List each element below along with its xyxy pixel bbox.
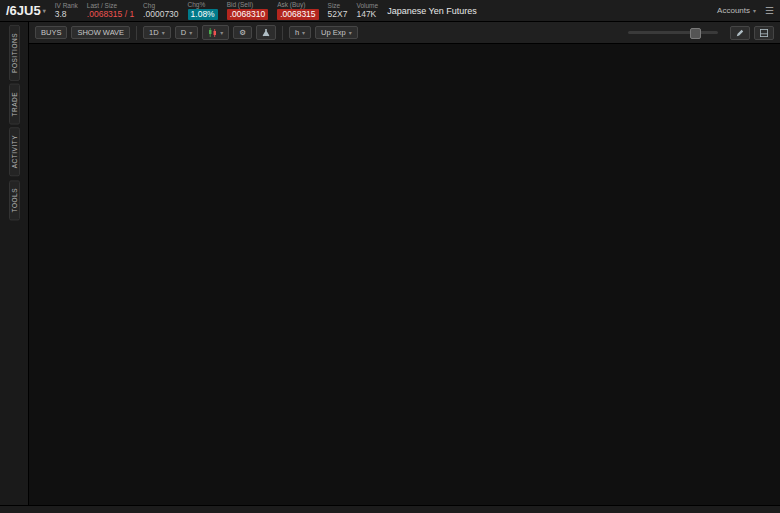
slider-thumb[interactable] (690, 28, 701, 39)
bid-button[interactable]: .0068310 (227, 9, 268, 20)
sidebar-tab-activity[interactable]: ACTIVITY (9, 127, 20, 176)
ask-button[interactable]: .0068315 (277, 9, 318, 20)
toolbar-divider (136, 26, 137, 40)
time-zoom-slider[interactable] (628, 31, 718, 34)
ask-field: Ask (Buy) .0068315 (277, 2, 318, 20)
chevron-down-icon: ▾ (302, 30, 305, 36)
menu-icon[interactable]: ☰ (765, 5, 774, 16)
chart-content: BUYS SHOW WAVE 1D▾ D▾ ▾ ⚙ h▾ Up Exp▾ (29, 22, 780, 505)
price-chart-canvas[interactable] (29, 44, 780, 505)
pencil-icon (736, 29, 744, 37)
flask-icon (262, 28, 270, 37)
draw-button[interactable] (730, 26, 750, 40)
chevron-down-icon: ▾ (162, 30, 165, 36)
layout-icon (760, 29, 768, 37)
bid-field: Bid (Sell) .0068310 (227, 2, 268, 20)
size-field: Size 52X7 (328, 3, 348, 19)
chg-pct-field: Chg% 1.08% (188, 2, 218, 20)
panels-button[interactable] (754, 26, 774, 40)
candlestick-icon (208, 28, 217, 37)
quote-header: /6JU5 ▾ IV Rank 3.8 Last / Size .0068315… (0, 0, 780, 22)
gear-icon: ⚙ (239, 29, 246, 37)
iv-rank-field: IV Rank 3.8 (55, 3, 78, 19)
trading-platform-window: /6JU5 ▾ IV Rank 3.8 Last / Size .0068315… (0, 0, 780, 513)
toolbar-divider (282, 26, 283, 40)
chart-style-dropdown[interactable]: ▾ (202, 25, 229, 40)
chg-field: Chg .0000730 (143, 3, 178, 19)
drawing-tool-dropdown[interactable]: h▾ (289, 26, 311, 40)
bottom-status-bar (0, 505, 780, 513)
chevron-down-icon: ▾ (349, 30, 352, 36)
symbol-text: /6JU5 (6, 3, 41, 18)
settings-button[interactable]: ⚙ (233, 26, 252, 40)
chevron-down-icon: ▾ (43, 7, 46, 14)
show-wave-button[interactable]: SHOW WAVE (71, 26, 130, 40)
studies-button[interactable] (256, 25, 276, 40)
sidebar-tab-positions[interactable]: POSITIONS (9, 25, 20, 81)
sidebar-tab-trade[interactable]: TRADE (9, 84, 20, 125)
left-sidebar: POSITIONS TRADE ACTIVITY TOOLS (0, 22, 29, 505)
chevron-down-icon: ▾ (220, 30, 223, 36)
pattern-dropdown[interactable]: Up Exp▾ (315, 26, 358, 40)
instrument-description: Japanese Yen Futures (387, 6, 477, 16)
last-size-field: Last / Size .0068315 / 1 (87, 3, 134, 19)
range-dropdown[interactable]: 1D▾ (143, 26, 171, 40)
accounts-menu[interactable]: Accounts ▾ (717, 6, 756, 15)
symbol-selector[interactable]: /6JU5 ▾ (6, 3, 46, 18)
buys-button[interactable]: BUYS (35, 26, 67, 40)
chevron-down-icon: ▾ (753, 7, 756, 14)
aggregation-dropdown[interactable]: D▾ (175, 26, 198, 40)
sidebar-tab-tools[interactable]: TOOLS (9, 180, 20, 220)
chg-pct-badge: 1.08% (188, 9, 218, 20)
chevron-down-icon: ▾ (189, 30, 192, 36)
volume-field: Volume 147K (356, 3, 378, 19)
main-area: POSITIONS TRADE ACTIVITY TOOLS BUYS SHOW… (0, 22, 780, 505)
chart-panel (29, 44, 780, 505)
chart-toolbar: BUYS SHOW WAVE 1D▾ D▾ ▾ ⚙ h▾ Up Exp▾ (29, 22, 780, 44)
